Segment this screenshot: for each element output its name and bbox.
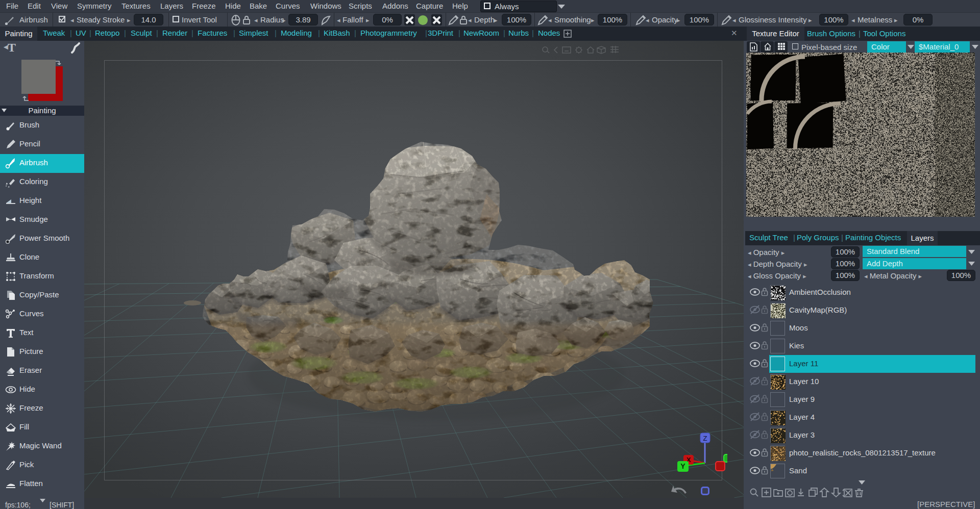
svg-text:Y: Y (680, 462, 685, 470)
svg-text:Z: Z (703, 435, 707, 442)
